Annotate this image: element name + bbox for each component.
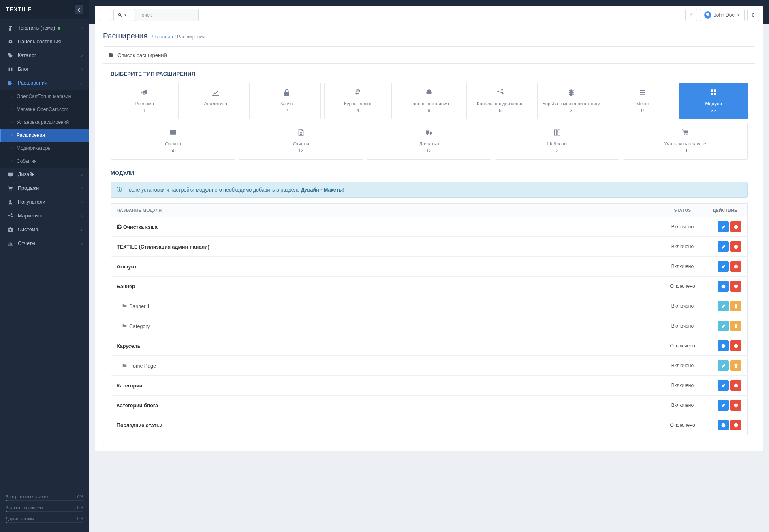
ext-tile[interactable]: Панель состояния9 xyxy=(395,83,463,119)
sidebar-subitem[interactable]: »Расширения xyxy=(0,129,89,142)
chevron-icon: › xyxy=(81,53,83,58)
table-row: Banner 1Включено xyxy=(111,296,748,316)
sidebar-item-label: Система xyxy=(18,227,38,232)
breadcrumb-home[interactable]: Главная xyxy=(154,34,173,40)
module-status: Включено xyxy=(662,257,703,277)
ext-tile[interactable]: Аналитика1 xyxy=(182,83,250,119)
chevron-icon: › xyxy=(81,172,83,177)
search-input[interactable] xyxy=(134,9,199,21)
delete-button[interactable] xyxy=(730,321,741,331)
ext-tile[interactable]: Отчеты13 xyxy=(239,123,363,160)
tile-label: Меню xyxy=(611,101,674,106)
module-status: Отключено xyxy=(662,336,703,356)
module-status: Включено xyxy=(662,296,703,316)
delete-button[interactable] xyxy=(730,360,741,371)
edit-button[interactable] xyxy=(718,221,729,232)
edit-button[interactable] xyxy=(718,321,729,331)
avatar xyxy=(704,11,711,19)
edit-button[interactable] xyxy=(718,301,729,311)
module-status: Включено xyxy=(662,217,703,237)
chevron-icon: › xyxy=(81,26,83,30)
sidebar-subitem[interactable]: »Магазин OpenCart.com xyxy=(0,103,89,116)
tile-label: Панель состояния xyxy=(398,101,460,106)
module-child-name: Home Page xyxy=(117,363,156,369)
module-status: Включено xyxy=(662,356,703,376)
sidebar-item-user[interactable]: Покупатели› xyxy=(0,195,89,209)
search-dropdown-button[interactable]: ▼ xyxy=(113,9,131,21)
sidebar-subitem[interactable]: »OpenCartForum магазин xyxy=(0,90,89,103)
ext-tile[interactable]: Курсы валют4 xyxy=(324,83,392,119)
dashboard-icon xyxy=(398,89,460,98)
ext-tile[interactable]: Реклама1 xyxy=(111,83,179,119)
edit-button[interactable] xyxy=(718,400,729,411)
install-button[interactable] xyxy=(718,340,729,351)
sidebar-subitem[interactable]: »Установка расширений xyxy=(0,116,89,129)
uninstall-button[interactable] xyxy=(730,380,741,391)
tile-count: 12 xyxy=(370,148,489,153)
ext-tile[interactable]: Капча2 xyxy=(253,83,321,119)
lineChart-icon xyxy=(185,89,247,98)
sidebar-item-gear[interactable]: Система› xyxy=(0,223,89,236)
feather-icon xyxy=(689,13,694,17)
logout-button[interactable] xyxy=(747,9,759,21)
uninstall-button[interactable] xyxy=(730,400,741,411)
ext-tile[interactable]: Оплата60 xyxy=(111,123,235,160)
sidebar-item-share[interactable]: Маркетинг› xyxy=(0,209,89,223)
sidebar-item-bar[interactable]: Отчеты› xyxy=(0,236,89,250)
uninstall-button[interactable] xyxy=(730,241,741,252)
ext-tile[interactable]: Доставка12 xyxy=(367,123,491,160)
uninstall-button[interactable] xyxy=(730,420,741,430)
sidebar-stats: Завершенных заказов0%Заказов в процессе0… xyxy=(0,489,89,532)
edit-button[interactable] xyxy=(718,241,729,252)
tile-label: Курсы валют xyxy=(327,101,389,106)
sidebar-toggle[interactable]: ❮ xyxy=(75,5,83,14)
uninstall-button[interactable] xyxy=(730,340,741,351)
tile-label: Каналы продвижения xyxy=(469,101,532,106)
cart-icon xyxy=(626,129,745,138)
tile-count: 5 xyxy=(469,108,532,113)
chevron-icon: › xyxy=(81,228,83,232)
user-icon xyxy=(6,200,14,205)
add-button[interactable]: ＋ xyxy=(99,9,111,21)
uninstall-button[interactable] xyxy=(730,261,741,272)
sidebar-item-puzzle[interactable]: Расширения⌄ xyxy=(0,76,89,90)
stat-row: Другие заказы0% xyxy=(6,516,83,521)
edit-button[interactable] xyxy=(718,360,729,371)
truck-icon xyxy=(370,129,489,138)
sidebar-item-label: Отчеты xyxy=(18,240,35,246)
user-menu[interactable]: John Doe ▼ xyxy=(700,9,745,21)
sidebar-subitem[interactable]: »События xyxy=(0,155,89,168)
theme-button[interactable] xyxy=(685,9,697,21)
sidebar: TEXTILE ❮ Текстиль (тема)›Панель состоян… xyxy=(0,0,89,532)
ext-tile[interactable]: Модули32 xyxy=(679,83,748,119)
megaphone-icon xyxy=(113,89,176,98)
sidebar-subitem[interactable]: »Модификаторы xyxy=(0,142,89,155)
tile-label: Доставка xyxy=(370,141,489,146)
bug-icon xyxy=(540,89,602,98)
ext-tile[interactable]: Меню0 xyxy=(609,83,677,119)
ext-tile[interactable]: Учитывать в заказе11 xyxy=(623,123,748,160)
sidebar-item-desktop[interactable]: Дизайн› xyxy=(0,168,89,181)
panel-title: Список расширений xyxy=(117,52,167,58)
delete-button[interactable] xyxy=(730,301,741,311)
install-button[interactable] xyxy=(718,281,729,292)
extensions-panel: Список расширений ВЫБЕРИТЕ ТИП РАСШИРЕНИ… xyxy=(103,46,755,443)
uninstall-button[interactable] xyxy=(730,281,741,292)
tile-count: 0 xyxy=(611,108,674,113)
sidebar-item-cart[interactable]: Продажи› xyxy=(0,181,89,195)
sidebar-item-paint[interactable]: Текстиль (тема)› xyxy=(0,21,89,35)
edit-button[interactable] xyxy=(718,380,729,391)
ext-tile[interactable]: Шаблоны2 xyxy=(495,123,619,160)
sidebar-item-book[interactable]: Блог› xyxy=(0,62,89,76)
edit-button[interactable] xyxy=(718,261,729,272)
tile-count: 2 xyxy=(498,148,617,153)
uninstall-button[interactable] xyxy=(730,221,741,232)
install-button[interactable] xyxy=(718,420,729,430)
tile-label: Шаблоны xyxy=(498,141,617,146)
panel-head: Список расширений xyxy=(103,47,755,64)
sidebar-item-dashboard[interactable]: Панель состояния xyxy=(0,35,89,49)
ext-tile[interactable]: Каналы продвижения5 xyxy=(466,83,534,119)
chevron-icon: › xyxy=(81,186,83,191)
ext-tile[interactable]: Борьба с мошенничеством3 xyxy=(537,83,605,119)
sidebar-item-tags[interactable]: Каталог› xyxy=(0,49,89,62)
